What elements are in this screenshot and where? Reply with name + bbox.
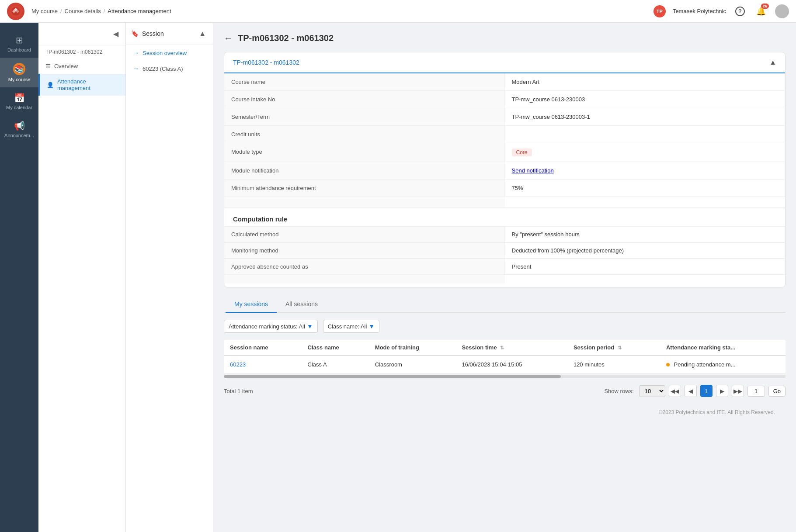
filter-class-label: Class name: All <box>328 323 367 330</box>
horizontal-scrollbar[interactable] <box>224 375 786 378</box>
help-icon: ? <box>735 7 745 16</box>
announcement-icon: 📢 <box>14 121 25 131</box>
status-dot <box>666 363 670 366</box>
comp-value-absence-counted: Present <box>505 259 786 275</box>
top-nav-right: TP Temasek Polytechnic ? 🔔 26 <box>653 4 789 18</box>
info-value-empty <box>505 197 786 208</box>
secondary-sidebar: ◀ TP-m061302 - m061302 ☰ Overview 👤 Atte… <box>38 23 126 532</box>
tab-all-sessions[interactable]: All sessions <box>277 296 327 313</box>
tertiary-sidebar-header: 🔖 Session ▲ <box>126 23 213 45</box>
breadcrumb: My course / Course details / Attendance … <box>31 8 653 14</box>
col-attendance-status: Attendance marking sta... <box>660 340 786 356</box>
breadcrumb-current: Attendance management <box>108 8 171 14</box>
send-notification-link[interactable]: Send notification <box>512 167 554 174</box>
comp-label-calculated-method: Calculated method <box>224 226 505 242</box>
avatar[interactable] <box>775 4 789 18</box>
prev-page-button[interactable]: ◀ <box>685 385 697 397</box>
first-page-button[interactable]: ◀◀ <box>669 385 681 397</box>
table-row: 60223 Class A Classroom 16/06/2023 15:04… <box>224 356 786 373</box>
institution-name: Temasek Polytechnic <box>673 8 726 14</box>
filter-attendance-status[interactable]: Attendance marking status: All ▼ <box>224 320 318 333</box>
dashboard-icon: ⊞ <box>16 35 23 45</box>
course-info-grid: Course name Modern Art Course intake No.… <box>224 73 785 208</box>
comp-value-calculated-method: By "present" session hours <box>505 226 786 242</box>
tertiary-class-a-label: 60223 (Class A) <box>143 66 183 72</box>
comp-value-monitoring-method: Deducted from 100% (projected percentage… <box>505 242 786 259</box>
info-label-course-intake: Course intake No. <box>224 91 505 108</box>
info-value-credit-units <box>505 126 786 143</box>
bookmark-icon: 🔖 <box>131 30 139 37</box>
attendance-status-text: Pending attendance m... <box>674 361 736 368</box>
breadcrumb-my-course[interactable]: My course <box>31 8 58 14</box>
tertiary-item-session-overview[interactable]: → Session overview <box>126 45 213 61</box>
chevron-up-icon: ▲ <box>769 59 776 66</box>
show-rows-label: Show rows: <box>604 388 633 394</box>
left-sidebar: ⊞ Dashboard 📚 My course 📅 My calendar 📢 … <box>0 23 38 532</box>
back-button[interactable]: ← <box>224 33 233 43</box>
comp-label-absence-counted: Approved absence counted as <box>224 259 505 275</box>
cell-session-name[interactable]: 60223 <box>224 356 302 373</box>
secondary-attendance-label: Attendance management <box>57 78 118 91</box>
breadcrumb-course-details[interactable]: Course details <box>65 8 101 14</box>
session-table-wrapper: Session name Class name Mode of training… <box>224 340 786 380</box>
computation-rule-grid: Calculated method By "present" session h… <box>224 226 785 283</box>
info-label-module-type: Module type <box>224 143 505 162</box>
filter-class-name[interactable]: Class name: All ▼ <box>323 320 379 333</box>
main-layout: ⊞ Dashboard 📚 My course 📅 My calendar 📢 … <box>0 23 796 532</box>
tertiary-session-overview-label: Session overview <box>143 50 187 56</box>
info-value-course-name: Modern Art <box>505 73 786 91</box>
breadcrumb-sep-2: / <box>104 8 105 14</box>
next-page-button[interactable]: ▶ <box>716 385 728 397</box>
page-number-input[interactable] <box>747 386 765 397</box>
info-value-semester: TP-mw_course 0613-230003-1 <box>505 108 786 126</box>
table-header: Session name Class name Mode of training… <box>224 340 786 356</box>
comp-empty-right-label <box>224 275 505 283</box>
course-card-title: TP-m061302 - m061302 <box>233 59 299 66</box>
help-button[interactable]: ? <box>733 4 747 18</box>
info-label-module-notification: Module notification <box>224 162 505 180</box>
secondary-nav-overview[interactable]: ☰ Overview <box>38 59 125 74</box>
cell-attendance-status: Pending attendance m... <box>660 356 786 373</box>
secondary-nav-attendance[interactable]: 👤 Attendance management <box>38 74 125 96</box>
attendance-icon: 👤 <box>47 82 54 88</box>
sidebar-item-my-calendar-label: My calendar <box>6 105 32 110</box>
info-value-min-attendance: 75% <box>505 180 786 197</box>
page-header: ← TP-m061302 - m061302 <box>224 33 786 43</box>
secondary-overview-label: Overview <box>54 63 78 69</box>
comp-empty-right-value <box>505 275 786 283</box>
notification-badge: 26 <box>761 3 769 9</box>
tertiary-sidebar: 🔖 Session ▲ → Session overview → 60223 (… <box>126 23 213 532</box>
course-card-header[interactable]: TP-m061302 - m061302 ▲ <box>224 52 785 73</box>
sidebar-item-announcements[interactable]: 📢 Announcem... <box>0 115 38 143</box>
tab-my-sessions[interactable]: My sessions <box>226 296 277 313</box>
computation-rule-title: Computation rule <box>224 208 785 226</box>
filters-row: Attendance marking status: All ▼ Class n… <box>224 320 786 333</box>
sidebar-item-dashboard-label: Dashboard <box>7 47 31 52</box>
secondary-collapse-button[interactable]: ◀ <box>111 28 120 40</box>
table-body: 60223 Class A Classroom 16/06/2023 15:04… <box>224 356 786 373</box>
institution-logo: TP <box>653 5 666 17</box>
tertiary-item-class-a[interactable]: → 60223 (Class A) <box>126 61 213 76</box>
go-button[interactable]: Go <box>768 386 786 397</box>
breadcrumb-sep-1: / <box>60 8 62 14</box>
current-page-button[interactable]: 1 <box>700 385 713 397</box>
my-course-icon: 📚 <box>13 63 25 75</box>
rows-per-page-select[interactable]: 10 25 50 100 <box>639 385 665 397</box>
page-title: TP-m061302 - m061302 <box>238 33 334 43</box>
info-label-credit-units: Credit units <box>224 126 505 143</box>
col-session-name: Session name <box>224 340 302 356</box>
sidebar-item-my-course[interactable]: 📚 My course <box>0 58 38 87</box>
info-value-module-notification[interactable]: Send notification <box>505 162 786 180</box>
col-class-name: Class name <box>302 340 369 356</box>
tertiary-collapse-button[interactable]: ▲ <box>197 28 208 39</box>
col-session-period[interactable]: Session period ⇅ <box>567 340 660 356</box>
scrollbar-thumb <box>224 375 561 378</box>
sidebar-item-dashboard[interactable]: ⊞ Dashboard <box>0 30 38 58</box>
last-page-button[interactable]: ▶▶ <box>732 385 744 397</box>
sidebar-item-my-calendar[interactable]: 📅 My calendar <box>0 87 38 115</box>
module-type-badge: Core <box>512 149 532 156</box>
info-label-empty <box>224 197 505 208</box>
notification-button[interactable]: 🔔 26 <box>754 4 768 18</box>
col-session-time[interactable]: Session time ⇅ <box>455 340 567 356</box>
comp-label-monitoring-method: Monitoring method <box>224 242 505 259</box>
